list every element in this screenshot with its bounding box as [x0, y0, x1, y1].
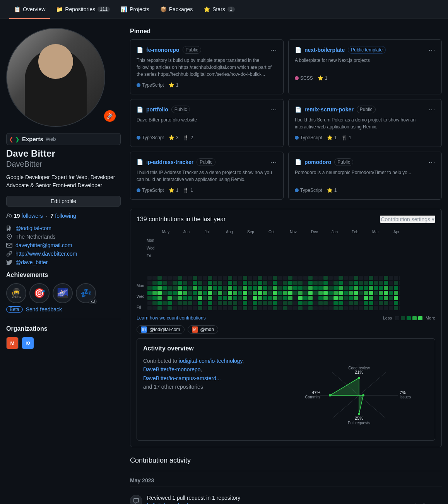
more-button-fe-monorepo[interactable]: ⋯ [270, 46, 277, 53]
tab-projects[interactable]: 📊 Projects [116, 3, 154, 15]
svg-rect-295 [344, 296, 348, 300]
repo-name-next-boilerplate[interactable]: next-boilerplate [304, 47, 345, 53]
org-filter-iodigital[interactable]: IO @iodigital-com [137, 325, 185, 334]
tab-repositories[interactable]: 📁 Repositories 111 [51, 3, 115, 15]
more-button-ip-address-tracker[interactable]: ⋯ [270, 159, 277, 166]
tab-packages[interactable]: 📦 Packages [156, 3, 197, 15]
svg-rect-369 [399, 281, 400, 285]
achievement-ninja[interactable]: 🥷 [6, 283, 26, 303]
tab-stars[interactable]: ⭐ Stars 1 [199, 3, 239, 15]
svg-rect-329 [369, 291, 373, 295]
svg-rect-362 [394, 281, 398, 285]
link-icon [6, 251, 12, 257]
more-button-pomodoro[interactable]: ⋯ [428, 159, 435, 166]
svg-rect-29 [152, 296, 157, 300]
learn-contributions-link[interactable]: Learn how we count contributions [137, 315, 206, 321]
svg-rect-85 [193, 296, 197, 300]
edit-profile-button[interactable]: Edit profile [6, 196, 121, 207]
email-link[interactable]: daveybitter@gmail.com [15, 242, 72, 248]
stars-badge: 1 [227, 7, 235, 12]
svg-rect-367 [394, 306, 398, 310]
packages-icon: 📦 [160, 6, 167, 12]
svg-rect-54 [173, 281, 177, 285]
svg-rect-141 [233, 296, 237, 300]
svg-rect-169 [253, 296, 257, 300]
building-icon [6, 225, 12, 231]
twitter-link[interactable]: @dave_bitter [15, 259, 48, 265]
send-feedback-link[interactable]: Send feedback [26, 306, 62, 313]
org-filter-mdn[interactable]: M @mdn [188, 325, 219, 334]
achievement-yolo[interactable]: 🎯 [29, 283, 50, 303]
more-button-portfolio[interactable]: ⋯ [270, 106, 277, 113]
achievement-galaxy[interactable]: 🌌 [53, 283, 73, 303]
followers-link[interactable]: 19 followers [14, 213, 43, 219]
svg-rect-252 [313, 291, 318, 295]
svg-rect-98 [203, 291, 207, 295]
link-io-technology[interactable]: iodigital-com/io-technology [179, 358, 243, 364]
achievements-grid: 🥷 🎯 🌌 💤 [6, 283, 121, 303]
svg-rect-175 [258, 291, 262, 295]
org-filter-row: IO @iodigital-com M @mdn [137, 325, 435, 334]
svg-rect-162 [248, 296, 252, 300]
svg-text:Apr: Apr [393, 230, 400, 234]
svg-rect-364 [394, 291, 398, 295]
svg-rect-251 [313, 286, 318, 290]
svg-rect-216 [288, 286, 292, 290]
svg-rect-33 [157, 281, 162, 285]
svg-rect-155 [243, 296, 247, 300]
lang-scss: SCSS [295, 75, 313, 81]
repo-name-pomodoro[interactable]: pomodoro [304, 159, 331, 165]
svg-rect-333 [374, 276, 378, 280]
repo-name-ip-address-tracker[interactable]: ip-address-tracker [146, 159, 193, 165]
contribution-settings-button[interactable]: Contribution settings ▾ [380, 215, 435, 223]
tab-overview[interactable]: 📋 Overview [9, 3, 50, 15]
svg-rect-303 [349, 301, 353, 305]
org-avatar-m[interactable]: M [6, 337, 19, 349]
svg-rect-172 [258, 276, 262, 280]
svg-text:Wed: Wed [147, 246, 154, 250]
svg-rect-173 [258, 281, 262, 285]
svg-rect-26 [152, 281, 157, 285]
svg-rect-104 [208, 286, 212, 290]
svg-rect-89 [198, 281, 202, 285]
svg-rect-94 [198, 306, 202, 310]
svg-rect-324 [364, 301, 368, 305]
svg-rect-209 [283, 286, 287, 290]
svg-rect-23 [147, 301, 152, 305]
svg-rect-130 [228, 276, 232, 280]
link-fe-monorepo[interactable]: DaveBitter/fe-monorepo [143, 366, 201, 372]
svg-rect-258 [318, 286, 323, 290]
svg-rect-356 [389, 286, 393, 290]
svg-rect-368 [399, 276, 400, 280]
svg-rect-90 [198, 286, 202, 290]
svg-rect-325 [364, 306, 368, 310]
more-button-next-boilerplate[interactable]: ⋯ [428, 46, 435, 53]
main-content: Pinned 📄 fe-monorepo Public ⋯ This repos… [130, 28, 442, 504]
svg-rect-149 [238, 301, 242, 305]
svg-rect-81 [193, 276, 197, 280]
svg-rect-167 [253, 286, 257, 290]
link-io-campus[interactable]: DaveBitter/io-campus-amsterd... [143, 375, 221, 381]
overview-icon: 📋 [14, 6, 21, 12]
org-link[interactable]: @iodigital-com [15, 225, 51, 231]
org-avatar-io[interactable]: IO [22, 337, 34, 349]
activity-repo-link[interactable]: iodigital-com/og-image [147, 502, 202, 504]
repo-name-remix-scrum-poker[interactable]: remix-scrum-poker [304, 106, 354, 113]
svg-rect-20 [147, 286, 152, 290]
svg-rect-236 [303, 281, 308, 285]
svg-rect-135 [228, 301, 232, 305]
following-link[interactable]: 7 following [51, 213, 76, 219]
svg-text:Pull requests: Pull requests [348, 421, 370, 425]
projects-icon: 📊 [121, 6, 127, 12]
more-button-remix-scrum-poker[interactable]: ⋯ [428, 106, 435, 113]
repo-icon: 📄 [137, 106, 143, 113]
repo-name-portfolio[interactable]: portfolio [146, 106, 168, 113]
svg-rect-298 [349, 276, 353, 280]
svg-rect-254 [313, 301, 318, 305]
svg-rect-165 [253, 276, 257, 280]
achievement-zz[interactable]: 💤 [76, 283, 96, 303]
svg-rect-171 [253, 306, 257, 310]
repo-name-fe-monorepo[interactable]: fe-monorepo [146, 47, 180, 53]
repo-desc-pomodoro: Pomodoro is a neumorphic Pomodoro/Timer … [295, 169, 435, 183]
website-link[interactable]: http://www.davebitter.com [15, 251, 77, 257]
